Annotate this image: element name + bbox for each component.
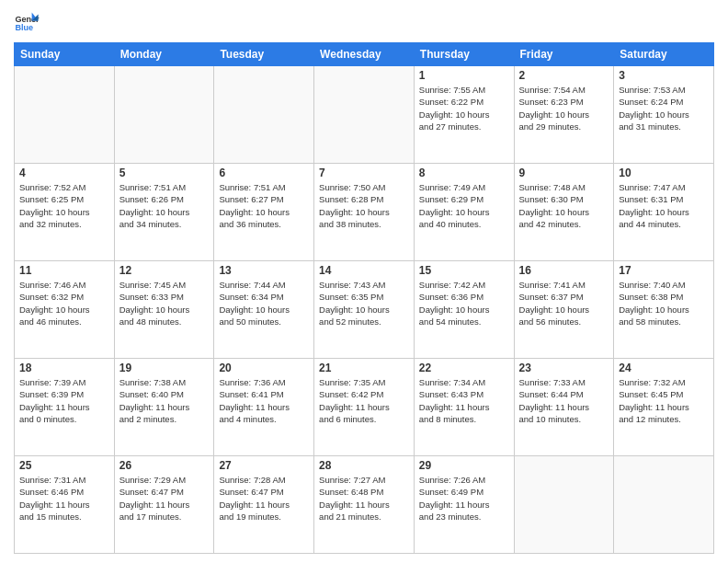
day-info: Sunrise: 7:39 AM Sunset: 6:39 PM Dayligh… <box>19 376 109 425</box>
calendar-cell: 22Sunrise: 7:34 AM Sunset: 6:43 PM Dayli… <box>414 359 514 456</box>
day-number: 9 <box>519 167 609 179</box>
day-info: Sunrise: 7:40 AM Sunset: 6:38 PM Dayligh… <box>619 279 709 327</box>
week-row-2: 11Sunrise: 7:46 AM Sunset: 6:32 PM Dayli… <box>15 261 714 359</box>
calendar-cell: 13Sunrise: 7:44 AM Sunset: 6:34 PM Dayli… <box>214 261 314 359</box>
day-number: 23 <box>519 362 609 374</box>
day-number: 2 <box>519 69 609 82</box>
svg-text:Blue: Blue <box>15 23 33 32</box>
day-number: 15 <box>419 264 509 277</box>
day-number: 26 <box>119 459 210 472</box>
day-number: 22 <box>419 362 509 374</box>
calendar-table: SundayMondayTuesdayWednesdayThursdayFrid… <box>14 42 714 554</box>
calendar-cell: 2Sunrise: 7:54 AM Sunset: 6:23 PM Daylig… <box>514 66 614 164</box>
calendar-cell: 25Sunrise: 7:31 AM Sunset: 6:46 PM Dayli… <box>15 456 115 554</box>
day-number: 25 <box>19 459 109 472</box>
day-number: 17 <box>619 264 709 277</box>
calendar-cell: 6Sunrise: 7:51 AM Sunset: 6:27 PM Daylig… <box>214 164 314 261</box>
day-info: Sunrise: 7:26 AM Sunset: 6:49 PM Dayligh… <box>419 474 509 523</box>
day-info: Sunrise: 7:36 AM Sunset: 6:41 PM Dayligh… <box>219 376 309 425</box>
header-tuesday: Tuesday <box>214 43 314 66</box>
day-number: 5 <box>119 167 210 179</box>
calendar-cell: 11Sunrise: 7:46 AM Sunset: 6:32 PM Dayli… <box>15 261 115 359</box>
day-number: 4 <box>19 167 109 179</box>
day-number: 21 <box>319 362 409 374</box>
calendar-cell: 14Sunrise: 7:43 AM Sunset: 6:35 PM Dayli… <box>314 261 415 359</box>
day-info: Sunrise: 7:46 AM Sunset: 6:32 PM Dayligh… <box>19 279 109 327</box>
day-info: Sunrise: 7:47 AM Sunset: 6:31 PM Dayligh… <box>619 181 709 230</box>
week-row-3: 18Sunrise: 7:39 AM Sunset: 6:39 PM Dayli… <box>15 359 714 456</box>
calendar-cell: 3Sunrise: 7:53 AM Sunset: 6:24 PM Daylig… <box>614 66 714 164</box>
calendar-cell: 26Sunrise: 7:29 AM Sunset: 6:47 PM Dayli… <box>114 456 214 554</box>
calendar-cell <box>114 66 214 164</box>
day-info: Sunrise: 7:43 AM Sunset: 6:35 PM Dayligh… <box>319 279 409 327</box>
calendar-cell <box>214 66 314 164</box>
day-number: 19 <box>119 362 210 374</box>
calendar-header: SundayMondayTuesdayWednesdayThursdayFrid… <box>15 43 714 66</box>
day-info: Sunrise: 7:33 AM Sunset: 6:44 PM Dayligh… <box>519 376 609 425</box>
calendar-cell: 17Sunrise: 7:40 AM Sunset: 6:38 PM Dayli… <box>614 261 714 359</box>
day-number: 3 <box>619 69 709 82</box>
day-number: 7 <box>319 167 409 179</box>
calendar-cell: 8Sunrise: 7:49 AM Sunset: 6:29 PM Daylig… <box>414 164 514 261</box>
header-thursday: Thursday <box>414 43 514 66</box>
day-number: 11 <box>19 264 109 277</box>
day-info: Sunrise: 7:51 AM Sunset: 6:27 PM Dayligh… <box>219 181 309 230</box>
day-number: 1 <box>419 69 509 82</box>
day-number: 27 <box>219 459 309 472</box>
header-wednesday: Wednesday <box>314 43 415 66</box>
day-info: Sunrise: 7:29 AM Sunset: 6:47 PM Dayligh… <box>119 474 210 523</box>
week-row-0: 1Sunrise: 7:55 AM Sunset: 6:22 PM Daylig… <box>15 66 714 164</box>
calendar-cell <box>614 456 714 554</box>
header-row: SundayMondayTuesdayWednesdayThursdayFrid… <box>15 43 714 66</box>
day-info: Sunrise: 7:28 AM Sunset: 6:47 PM Dayligh… <box>219 474 309 523</box>
header-saturday: Saturday <box>614 43 714 66</box>
calendar-cell: 19Sunrise: 7:38 AM Sunset: 6:40 PM Dayli… <box>114 359 214 456</box>
calendar-cell: 12Sunrise: 7:45 AM Sunset: 6:33 PM Dayli… <box>114 261 214 359</box>
calendar-cell: 10Sunrise: 7:47 AM Sunset: 6:31 PM Dayli… <box>614 164 714 261</box>
calendar-cell <box>314 66 415 164</box>
calendar-cell: 24Sunrise: 7:32 AM Sunset: 6:45 PM Dayli… <box>614 359 714 456</box>
calendar-cell: 9Sunrise: 7:48 AM Sunset: 6:30 PM Daylig… <box>514 164 614 261</box>
day-info: Sunrise: 7:55 AM Sunset: 6:22 PM Dayligh… <box>419 84 509 132</box>
day-number: 24 <box>619 362 709 374</box>
calendar-cell: 16Sunrise: 7:41 AM Sunset: 6:37 PM Dayli… <box>514 261 614 359</box>
header-sunday: Sunday <box>15 43 115 66</box>
day-info: Sunrise: 7:42 AM Sunset: 6:36 PM Dayligh… <box>419 279 509 327</box>
day-number: 8 <box>419 167 509 179</box>
day-number: 6 <box>219 167 309 179</box>
calendar-cell: 1Sunrise: 7:55 AM Sunset: 6:22 PM Daylig… <box>414 66 514 164</box>
calendar-cell: 29Sunrise: 7:26 AM Sunset: 6:49 PM Dayli… <box>414 456 514 554</box>
day-number: 14 <box>319 264 409 277</box>
day-info: Sunrise: 7:50 AM Sunset: 6:28 PM Dayligh… <box>319 181 409 230</box>
day-number: 20 <box>219 362 309 374</box>
day-info: Sunrise: 7:51 AM Sunset: 6:26 PM Dayligh… <box>119 181 210 230</box>
calendar-cell <box>514 456 614 554</box>
day-info: Sunrise: 7:27 AM Sunset: 6:48 PM Dayligh… <box>319 474 409 523</box>
calendar-cell: 23Sunrise: 7:33 AM Sunset: 6:44 PM Dayli… <box>514 359 614 456</box>
logo: General Blue <box>14 9 40 35</box>
logo-icon: General Blue <box>14 9 40 35</box>
day-info: Sunrise: 7:31 AM Sunset: 6:46 PM Dayligh… <box>19 474 109 523</box>
main-container: General Blue SundayMondayTuesdayWednesda… <box>0 0 728 563</box>
day-number: 28 <box>319 459 409 472</box>
calendar-cell: 5Sunrise: 7:51 AM Sunset: 6:26 PM Daylig… <box>114 164 214 261</box>
week-row-4: 25Sunrise: 7:31 AM Sunset: 6:46 PM Dayli… <box>15 456 714 554</box>
day-info: Sunrise: 7:44 AM Sunset: 6:34 PM Dayligh… <box>219 279 309 327</box>
day-info: Sunrise: 7:45 AM Sunset: 6:33 PM Dayligh… <box>119 279 210 327</box>
calendar-body: 1Sunrise: 7:55 AM Sunset: 6:22 PM Daylig… <box>15 66 714 554</box>
day-number: 10 <box>619 167 709 179</box>
calendar-cell <box>15 66 115 164</box>
day-info: Sunrise: 7:52 AM Sunset: 6:25 PM Dayligh… <box>19 181 109 230</box>
day-info: Sunrise: 7:48 AM Sunset: 6:30 PM Dayligh… <box>519 181 609 230</box>
day-number: 29 <box>419 459 509 472</box>
day-info: Sunrise: 7:41 AM Sunset: 6:37 PM Dayligh… <box>519 279 609 327</box>
day-info: Sunrise: 7:54 AM Sunset: 6:23 PM Dayligh… <box>519 84 609 132</box>
header-friday: Friday <box>514 43 614 66</box>
calendar-cell: 7Sunrise: 7:50 AM Sunset: 6:28 PM Daylig… <box>314 164 415 261</box>
day-info: Sunrise: 7:49 AM Sunset: 6:29 PM Dayligh… <box>419 181 509 230</box>
calendar-cell: 28Sunrise: 7:27 AM Sunset: 6:48 PM Dayli… <box>314 456 415 554</box>
day-number: 16 <box>519 264 609 277</box>
week-row-1: 4Sunrise: 7:52 AM Sunset: 6:25 PM Daylig… <box>15 164 714 261</box>
day-number: 13 <box>219 264 309 277</box>
day-info: Sunrise: 7:34 AM Sunset: 6:43 PM Dayligh… <box>419 376 509 425</box>
